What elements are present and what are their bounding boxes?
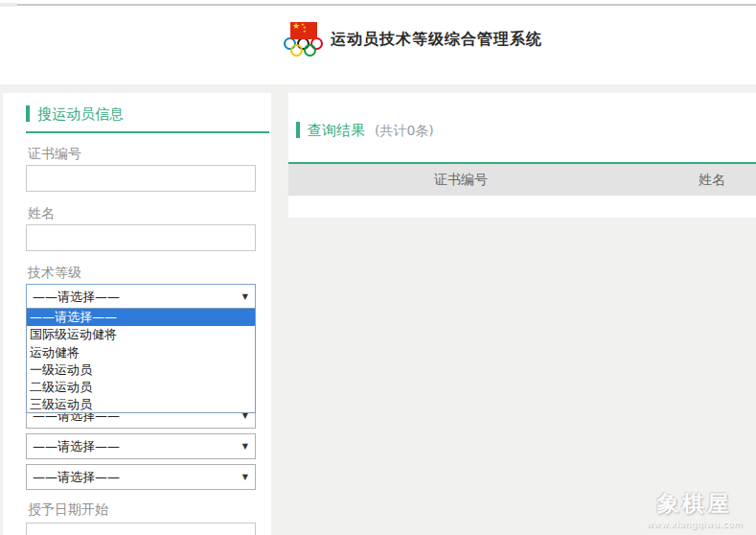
results-table-header: 证书编号 姓名 <box>288 164 756 196</box>
column-header-certificate-number: 证书编号 <box>288 164 633 196</box>
app-header: ★ ★ ★ ★ 运动员技术等级综合管理系统 <box>0 0 756 84</box>
green-accent-bar <box>296 122 300 138</box>
results-title: 查询结果 <box>308 122 365 140</box>
flag-star-icon: ★ <box>303 30 307 34</box>
watermark-title: 象棋屋 <box>646 489 743 519</box>
name-input[interactable] <box>26 224 256 251</box>
top-border-line <box>17 4 756 6</box>
grant-date-start-label: 授予日期开始 <box>28 500 271 519</box>
query-results-panel: 查询结果(共计0条) 证书编号 姓名 <box>288 93 756 218</box>
dropdown-option[interactable]: 国际级运动健将 <box>27 326 255 343</box>
sidebar-title: 搜运动员信息 <box>37 105 124 124</box>
results-title-row: 查询结果(共计0条) <box>296 121 434 142</box>
chevron-down-icon: ▼ <box>242 434 248 458</box>
olympic-committee-logo-icon: ★ ★ ★ ★ <box>283 21 325 59</box>
grade-select-dropdown: ——请选择—— 国际级运动健将 运动健将 一级运动员 二级运动员 三级运动员 <box>26 308 256 413</box>
flag-star-icon: ★ <box>292 22 300 31</box>
grade-select[interactable]: ——请选择—— ▼ <box>26 284 256 310</box>
certificate-number-label: 证书编号 <box>28 145 271 163</box>
watermark-url: www.xiangqiwu.com <box>646 520 743 529</box>
dropdown-option[interactable]: 二级运动员 <box>27 379 255 396</box>
sidebar-title-row: 搜运动员信息 <box>26 105 269 133</box>
filter-select-3-value: ——请选择—— <box>33 439 120 454</box>
app-title: 运动员技术等级综合管理系统 <box>331 30 542 50</box>
results-table-empty-body <box>288 196 756 218</box>
chevron-down-icon: ▼ <box>242 465 248 489</box>
grant-date-start-input[interactable] <box>26 523 256 535</box>
dropdown-option[interactable]: 三级运动员 <box>27 396 255 413</box>
grade-label: 技术等级 <box>28 264 271 282</box>
certificate-number-input[interactable] <box>26 165 256 192</box>
china-flag-icon: ★ ★ ★ ★ <box>290 22 317 39</box>
filter-select-4[interactable]: ——请选择—— ▼ <box>26 464 256 490</box>
dropdown-option[interactable]: 运动健将 <box>27 344 255 361</box>
grade-select-value: ——请选择—— <box>33 290 120 304</box>
filter-select-3[interactable]: ——请选择—— ▼ <box>26 433 256 459</box>
top-border-stub <box>0 3 17 7</box>
chevron-down-icon: ▼ <box>242 285 248 309</box>
dropdown-option[interactable]: ——请选择—— <box>27 309 255 326</box>
olympic-rings-icon <box>283 36 325 59</box>
dropdown-option[interactable]: 一级运动员 <box>27 361 255 379</box>
column-header-name: 姓名 <box>633 164 756 196</box>
green-accent-bar <box>26 105 30 122</box>
name-label: 姓名 <box>28 204 271 222</box>
site-watermark: 象棋屋 www.xiangqiwu.com <box>646 489 743 529</box>
filter-select-4-value: ——请选择—— <box>33 470 120 484</box>
results-count: (共计0条) <box>375 123 434 140</box>
